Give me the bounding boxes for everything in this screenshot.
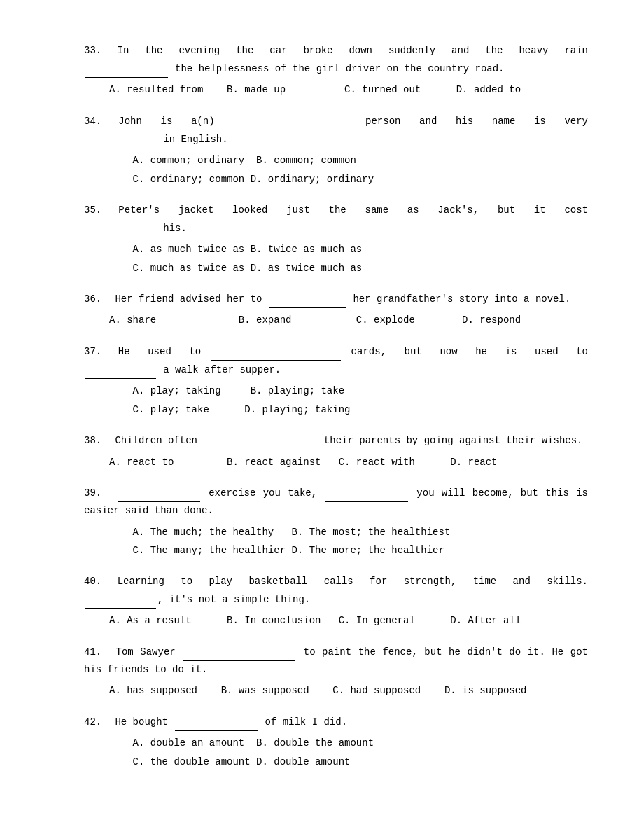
blank-38-1 [204, 431, 316, 450]
question-number-33: 33. [84, 42, 109, 60]
question-38: 38. Children often their parents by goin… [84, 431, 588, 471]
blank-41-1 [183, 643, 295, 661]
question-34: 34. John is a(n) person and his name is … [84, 112, 588, 189]
blank-34-2 [85, 130, 156, 148]
question-number-36: 36. [84, 291, 109, 308]
option-33-a: A. resulted from B. made up C. turned ou… [109, 84, 521, 95]
options-40: A. As a result B. In conclusion C. In ge… [109, 611, 588, 630]
option-41-a: A. has supposed B. was supposed C. had s… [109, 685, 527, 696]
question-number-39: 39. [84, 485, 109, 502]
question-number-42: 42. [84, 714, 109, 731]
question-number-40: 40. [84, 573, 109, 590]
question-35-text: 35. Peter's jacket looked just the same … [84, 202, 588, 237]
options-39-row2: C. The many; the healthier D. The more; … [109, 541, 588, 560]
option-40-a: A. As a result B. In conclusion C. In ge… [109, 615, 521, 626]
question-39: 39. exercise you take, you will become, … [84, 484, 588, 560]
question-number-35: 35. [84, 202, 109, 219]
options-39-row1: A. The much; the healthy B. The most; th… [109, 523, 588, 542]
blank-37-2 [85, 361, 156, 379]
question-number-37: 37. [84, 343, 109, 361]
question-33: 33. In the evening the car broke down su… [84, 42, 588, 99]
options-36: A. share B. expand C. explode D. respond [109, 311, 588, 330]
question-40-text: 40. Learning to play basketball calls fo… [84, 573, 588, 609]
blank-39-2 [326, 484, 408, 502]
options-38: A. react to B. react against C. react wi… [109, 453, 588, 472]
options-41: A. has supposed B. was supposed C. had s… [109, 681, 588, 700]
blank-35-1 [85, 219, 156, 237]
question-34-text: 34. John is a(n) person and his name is … [84, 112, 588, 148]
question-36: 36. Her friend advised her to her grandf… [84, 290, 588, 330]
question-42-text: 42. He bought of milk I did. [84, 713, 588, 731]
question-number-41: 41. [84, 644, 109, 661]
blank-37-1 [211, 342, 341, 361]
options-37-row2: C. play; take D. playing; taking [109, 401, 588, 419]
options-42-row1: A. double an amount B. double the amount [109, 734, 588, 753]
blank-40-1 [85, 590, 156, 609]
blank-36-1 [270, 290, 346, 308]
option-36-a: A. share B. expand C. explode D. respond [109, 314, 521, 326]
options-37-row1: A. play; taking B. playing; take [109, 382, 588, 401]
question-36-text: 36. Her friend advised her to her grandf… [84, 290, 588, 308]
options-35-row1: A. as much twice as B. twice as much as [109, 240, 588, 259]
blank-34-1 [225, 112, 355, 130]
options-35-row2: C. much as twice as D. as twice much as [109, 259, 588, 278]
question-37: 37. He used to cards, but now he is used… [84, 342, 588, 419]
question-42: 42. He bought of milk I did. A. double a… [84, 713, 588, 771]
question-41-text: 41. Tom Sawyer to paint the fence, but h… [84, 643, 588, 679]
options-34-row2: C. ordinary; common D. ordinary; ordinar… [109, 170, 588, 189]
option-38-a: A. react to B. react against C. react wi… [109, 457, 498, 468]
blank-42-1 [175, 713, 258, 731]
blank-39-1 [118, 484, 200, 502]
question-38-text: 38. Children often their parents by goin… [84, 431, 588, 450]
question-number-38: 38. [84, 432, 109, 450]
options-42-row2: C. the double amount D. double amount [109, 753, 588, 772]
question-number-34: 34. [84, 113, 109, 130]
question-40: 40. Learning to play basketball calls fo… [84, 573, 588, 630]
question-37-text: 37. He used to cards, but now he is used… [84, 342, 588, 379]
options-33: A. resulted from B. made up C. turned ou… [109, 81, 588, 99]
options-34-row1: A. common; ordinary B. common; common [109, 151, 588, 170]
question-39-text: 39. exercise you take, you will become, … [84, 484, 588, 520]
question-41: 41. Tom Sawyer to paint the fence, but h… [84, 643, 588, 700]
question-35: 35. Peter's jacket looked just the same … [84, 202, 588, 278]
blank-33-1 [85, 60, 168, 78]
question-33-text: 33. In the evening the car broke down su… [84, 42, 588, 78]
